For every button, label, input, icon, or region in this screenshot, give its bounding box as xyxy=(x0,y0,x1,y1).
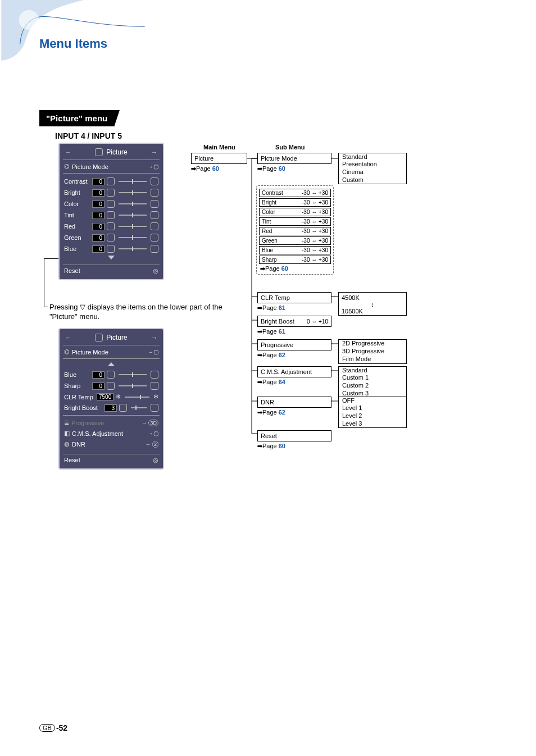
tree-picture-mode: Picture Mode xyxy=(257,153,331,164)
picture-menu-panel-bottom: ← Picture → ⌬ Picture Mode →▢ Blue0 Shar… xyxy=(58,328,164,470)
page-ref[interactable]: ➡Page 60 xyxy=(191,165,247,172)
triangle-down-icon: ▽ xyxy=(80,303,85,311)
arrow-left-icon: ← xyxy=(65,334,71,341)
annotation-text: Pressing ▽ displays the items on the low… xyxy=(49,303,246,322)
tree-cms: C.M.S. Adjustment xyxy=(257,366,331,377)
panel2-title: Picture xyxy=(106,334,127,341)
tree-cms-opts: Standard Custom 1 Custom 2 Custom 3 xyxy=(338,366,407,398)
page-ref[interactable]: ➡Page 60 xyxy=(260,265,331,272)
picture-mode-label: Picture Mode xyxy=(72,163,108,170)
tree-clr-temp-opts: 4500K ↕ 10500K xyxy=(338,292,407,316)
page-ref[interactable]: ➡Page 62 xyxy=(257,409,331,416)
region-badge: GB xyxy=(39,724,55,732)
tree-main-picture: Picture xyxy=(191,153,247,164)
submenu-arrow-icon[interactable]: →▢ xyxy=(148,430,158,436)
col-header-sub: Sub Menu xyxy=(275,144,305,151)
page-ref[interactable]: ➡Page 61 xyxy=(257,328,331,335)
tree-progressive-opts: 2D Progressive 3D Progressive Film Mode xyxy=(338,339,407,364)
submenu-arrow-icon[interactable]: →▢ xyxy=(148,163,158,170)
cms-label: C.M.S. Adjustment xyxy=(72,430,123,437)
header-swoosh xyxy=(0,0,146,62)
tree-bright-boost: Bright Boost0 ↔ +10 xyxy=(257,316,331,327)
thermo-high-icon: ❄ xyxy=(153,393,158,400)
submenu-arrow-icon[interactable]: → 3D xyxy=(142,420,158,426)
page-number: -52 xyxy=(56,723,67,732)
tree-picture-mode-opts: Standard Presentation Cinema Custom xyxy=(338,153,407,184)
reset-icon: ◎ xyxy=(153,267,158,275)
page-ref[interactable]: ➡Page 60 xyxy=(257,443,331,450)
range-arrow-icon: ↕ xyxy=(371,301,374,308)
page-ref[interactable]: ➡Page 62 xyxy=(257,352,331,359)
scroll-down-icon[interactable] xyxy=(108,256,115,259)
progressive-icon: ≣ xyxy=(64,419,69,426)
panel1-title: Picture xyxy=(106,148,127,156)
input-label: INPUT 4 / INPUT 5 xyxy=(55,131,122,140)
page-ref[interactable]: ➡Page 61 xyxy=(257,304,331,312)
footer: GB-52 xyxy=(39,723,67,732)
picture-header-icon xyxy=(95,334,103,341)
picture-mode-icon: ⌬ xyxy=(64,163,70,170)
page-ref[interactable]: ➡Page 60 xyxy=(257,165,331,172)
progressive-label: Progressive xyxy=(71,420,104,426)
cms-icon: ◧ xyxy=(64,430,70,437)
picture-mode-label: Picture Mode xyxy=(72,349,108,356)
tree-progressive: Progressive xyxy=(257,339,331,350)
col-header-main: Main Menu xyxy=(203,144,235,151)
picture-menu-panel-top: ← Picture → ⌬ Picture Mode →▢ Contrast0 … xyxy=(58,143,164,280)
arrow-right-icon: → xyxy=(151,334,157,341)
picture-header-icon xyxy=(95,148,103,156)
svg-point-0 xyxy=(19,10,39,30)
page-title: Menu Items xyxy=(39,37,107,51)
tree-reset: Reset xyxy=(257,430,331,441)
tree-clr-temp: CLR Temp xyxy=(257,292,331,303)
page-ref[interactable]: ➡Page 64 xyxy=(257,379,331,386)
reset-label[interactable]: Reset xyxy=(64,267,80,275)
dnr-label: DNR xyxy=(72,441,85,448)
tree-dnr: DNR xyxy=(257,397,331,408)
picture-mode-icon: ⌬ xyxy=(64,348,70,356)
thermo-low-icon: ❄ xyxy=(116,393,121,400)
submenu-arrow-icon[interactable]: → 2 xyxy=(145,441,158,447)
tree-dnr-opts: OFF Level 1 Level 2 Level 3 xyxy=(338,397,407,428)
reset-icon: ◎ xyxy=(153,457,158,464)
tree-slider-group: Contrast-30 ↔ +30 Bright-30 ↔ +30 Color-… xyxy=(256,185,334,275)
arrow-left-icon: ← xyxy=(65,149,71,156)
arrow-right-icon: → xyxy=(151,149,157,156)
scroll-up-icon[interactable] xyxy=(108,362,115,366)
submenu-arrow-icon[interactable]: →▢ xyxy=(148,349,158,355)
section-tab: "Picture" menu xyxy=(39,110,114,126)
reset-label[interactable]: Reset xyxy=(64,457,80,464)
dnr-icon: ◍ xyxy=(64,440,70,448)
